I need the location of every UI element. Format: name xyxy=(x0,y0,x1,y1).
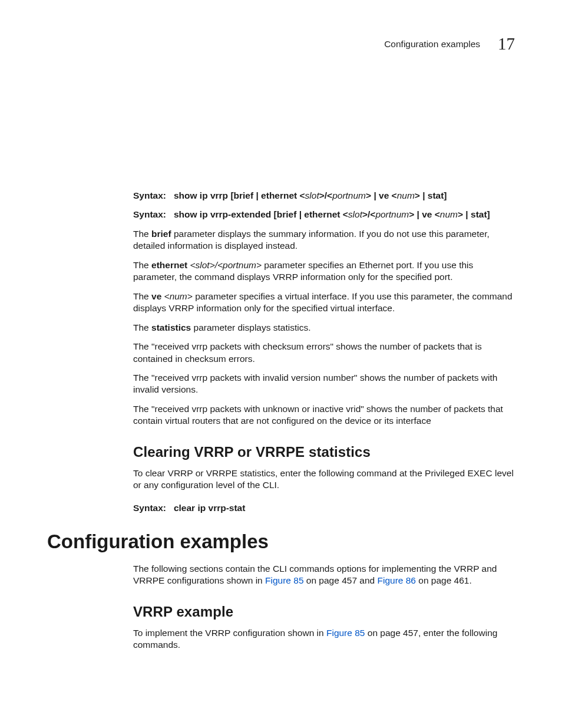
text: parameter displays statistics. xyxy=(191,322,310,332)
syntax-cmd: show ip vrrp [brief | ethernet < xyxy=(174,190,305,200)
paragraph-ve: The ve <num> parameter specifies a virtu… xyxy=(133,291,515,315)
syntax-mid: > | ve < xyxy=(409,209,440,219)
syntax-line-2: Syntax: show ip vrrp-extended [brief | e… xyxy=(133,209,515,220)
heading-configuration-examples: Configuration examples xyxy=(47,531,515,553)
paragraph-ethernet: The ethernet <slot>/<portnum> parameter … xyxy=(133,259,515,284)
syntax-end: > | stat] xyxy=(458,209,490,219)
syntax-space xyxy=(168,503,171,513)
syntax-space xyxy=(168,209,171,219)
page: Configuration examples 17 Syntax: show i… xyxy=(0,0,562,728)
header-chapter-number: 17 xyxy=(498,34,515,54)
syntax-portnum: portnum xyxy=(332,190,366,200)
text: To implement the VRRP configuration show… xyxy=(133,628,326,638)
syntax-label: Syntax: xyxy=(133,190,166,200)
syntax-sep: >/< xyxy=(319,190,332,200)
syntax-cmd: show ip vrrp-extended [brief | ethernet … xyxy=(174,209,348,219)
term-brief: brief xyxy=(151,229,171,239)
term-statistics: statistics xyxy=(151,322,191,332)
link-figure-85[interactable]: Figure 85 xyxy=(326,628,365,638)
syntax-portnum: portnum xyxy=(375,209,409,219)
syntax-label: Syntax: xyxy=(133,503,166,513)
syntax-num: num xyxy=(440,209,458,219)
paragraph-vrrp-example: To implement the VRRP configuration show… xyxy=(133,627,515,651)
syntax-line-1: Syntax: show ip vrrp [brief | ethernet <… xyxy=(133,190,515,202)
text: parameter displays the summary informati… xyxy=(133,229,490,251)
paragraph-unknown-vrid: The "received vrrp packets with unknown … xyxy=(133,403,515,427)
paragraph-clear: To clear VRRP or VRRPE statistics, enter… xyxy=(133,467,515,492)
body-content-lower: The following sections contain the CLI c… xyxy=(133,563,515,658)
text: The xyxy=(133,229,151,239)
paragraph-statistics: The statistics parameter displays statis… xyxy=(133,322,515,334)
paragraph-invalid-version: The "received vrrp packets with invalid … xyxy=(133,372,515,396)
link-figure-86[interactable]: Figure 86 xyxy=(377,575,415,585)
link-figure-85[interactable]: Figure 85 xyxy=(265,575,303,585)
param-slot-portnum: <slot>/<portnum> xyxy=(190,260,262,270)
chapter-heading-block: Configuration examples xyxy=(47,531,515,564)
paragraph-brief: The brief parameter displays the summary… xyxy=(133,228,515,252)
syntax-slot: slot xyxy=(305,190,319,200)
paragraph-config-intro: The following sections contain the CLI c… xyxy=(133,563,515,587)
text: The xyxy=(133,322,151,332)
syntax-mid: > | ve < xyxy=(366,190,397,200)
running-header: Configuration examples 17 xyxy=(384,34,515,54)
text: on page 457 and xyxy=(304,575,378,585)
heading-clearing-stats: Clearing VRRP or VRRPE statistics xyxy=(133,444,515,460)
text: The xyxy=(133,291,151,301)
heading-vrrp-example: VRRP example xyxy=(133,604,515,620)
term-ethernet: ethernet xyxy=(151,260,187,270)
syntax-label: Syntax: xyxy=(133,209,166,219)
syntax-end: > | stat] xyxy=(415,190,447,200)
param-num: <num> xyxy=(164,291,193,301)
term-ve: ve xyxy=(151,291,161,301)
text: on page 461. xyxy=(416,575,472,585)
syntax-line-3: Syntax: clear ip vrrp-stat xyxy=(133,502,515,514)
syntax-sep: >/< xyxy=(362,209,375,219)
syntax-space xyxy=(168,190,171,200)
text: The xyxy=(133,260,151,270)
body-content: Syntax: show ip vrrp [brief | ethernet <… xyxy=(133,190,515,521)
paragraph-checksum: The "received vrrp packets with checksum… xyxy=(133,341,515,365)
syntax-num: num xyxy=(397,190,415,200)
syntax-cmd: clear ip vrrp-stat xyxy=(174,503,245,513)
syntax-slot: slot xyxy=(348,209,362,219)
header-title: Configuration examples xyxy=(384,39,480,50)
